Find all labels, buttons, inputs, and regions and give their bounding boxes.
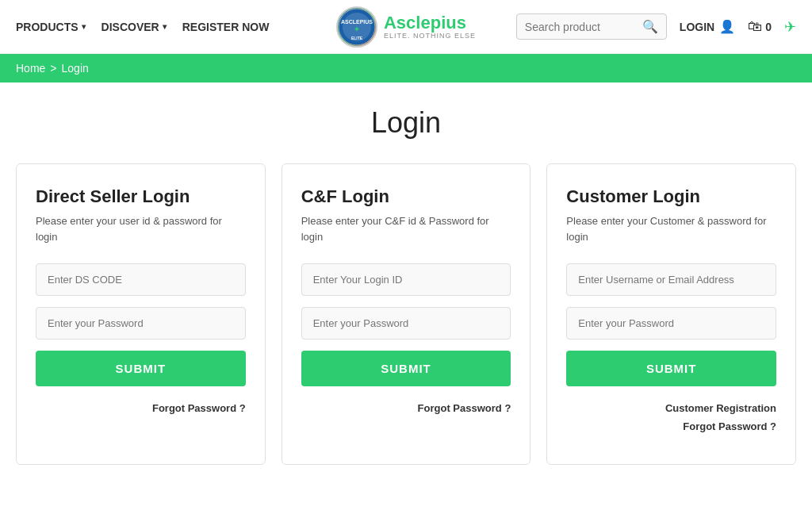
svg-text:ELITE: ELITE [351,36,363,40]
cart-button[interactable]: 🛍 0 [748,18,772,35]
breadcrumb: Home > Login [0,54,812,82]
breadcrumb-home[interactable]: Home [16,62,45,75]
direct-seller-title: Direct Seller Login [36,186,246,207]
svg-text:✦: ✦ [354,25,360,33]
nav-products[interactable]: PRODUCTS ▾ [16,21,86,33]
logo-name: Asclepius [384,14,476,32]
logo-text-area: Asclepius ELITE. NOTHING ELSE [384,14,476,40]
ds-submit-button[interactable]: SUBMIT [36,351,246,386]
cnf-desc: Please enter your C&F id & Password for … [301,213,511,244]
page-title: Login [0,82,812,155]
logo[interactable]: ASCLEPIUS ✦ ELITE Asclepius ELITE. NOTHI… [336,6,476,48]
cnf-loginid-input[interactable] [301,263,511,296]
header: PRODUCTS ▾ DISCOVER ▾ REGISTER NOW ASCLE… [0,0,812,54]
ds-forgot-password-link[interactable]: Forgot Password ? [36,402,246,414]
customer-title: Customer Login [566,186,776,207]
products-chevron-icon: ▾ [82,22,86,31]
bag-icon: 🛍 [748,18,762,35]
breadcrumb-separator: > [50,62,56,75]
nav-register[interactable]: REGISTER NOW [182,21,270,33]
search-input[interactable] [525,21,636,33]
ds-code-input[interactable] [36,263,246,296]
cust-password-input[interactable] [566,307,776,340]
nav-discover[interactable]: DISCOVER ▾ [102,21,167,33]
direct-seller-card: Direct Seller Login Please enter your us… [16,163,266,465]
customer-registration-link[interactable]: Customer Registration [566,402,776,414]
location-icon[interactable]: ✈ [784,18,796,36]
search-box[interactable]: 🔍 [516,13,667,40]
header-right: 🔍 LOGIN 👤 🛍 0 ✈ [516,13,796,40]
cnf-card: C&F Login Please enter your C&F id & Pas… [282,163,531,465]
user-icon: 👤 [719,19,735,34]
svg-text:ASCLEPIUS: ASCLEPIUS [341,19,373,25]
ds-password-input[interactable] [36,307,246,340]
cust-email-input[interactable] [566,263,776,296]
search-icon[interactable]: 🔍 [642,19,658,34]
cnf-title: C&F Login [301,186,511,207]
login-label: LOGIN [680,21,714,33]
login-cards-container: Direct Seller Login Please enter your us… [0,155,812,489]
logo-tagline: ELITE. NOTHING ELSE [384,32,476,40]
register-label: REGISTER NOW [182,21,270,33]
cnf-password-input[interactable] [301,307,511,340]
direct-seller-desc: Please enter your user id & password for… [36,213,246,244]
breadcrumb-current: Login [62,62,89,75]
login-button[interactable]: LOGIN 👤 [680,19,735,34]
cnf-submit-button[interactable]: SUBMIT [301,351,511,386]
discover-chevron-icon: ▾ [163,22,167,31]
customer-card: Customer Login Please enter your Custome… [546,163,796,465]
cust-submit-button[interactable]: SUBMIT [566,351,776,386]
products-label: PRODUCTS [16,21,79,33]
cust-forgot-password-link[interactable]: Forgot Password ? [566,420,776,432]
cnf-forgot-password-link[interactable]: Forgot Password ? [301,402,511,414]
discover-label: DISCOVER [102,21,159,33]
nav-menu: PRODUCTS ▾ DISCOVER ▾ REGISTER NOW [16,21,269,33]
cart-count: 0 [765,21,772,33]
logo-emblem: ASCLEPIUS ✦ ELITE [336,6,377,48]
customer-desc: Please enter your Customer & password fo… [566,213,776,244]
